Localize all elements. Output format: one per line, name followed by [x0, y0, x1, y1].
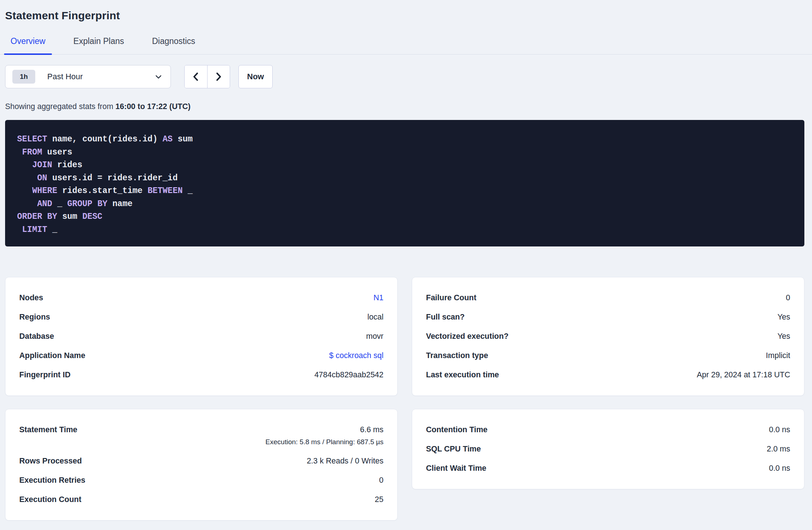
- row-value-main: local: [367, 312, 383, 322]
- sql-text: users: [42, 148, 72, 157]
- row-value: 0.0 ns: [769, 425, 790, 435]
- card-row: Application Name$ cockroach sql: [19, 346, 383, 365]
- aggregated-stats-caption: Showing aggregated stats from 16:00 to 1…: [5, 101, 812, 112]
- sql-keyword: AND: [37, 199, 52, 209]
- sql-keyword: BETWEEN: [148, 186, 183, 196]
- card-row: Last execution timeApr 29, 2024 at 17:18…: [426, 365, 790, 385]
- time-toolbar: 1h Past Hour Now: [5, 65, 812, 88]
- chevron-left-icon: [190, 71, 201, 82]
- row-value-main: Yes: [777, 332, 790, 341]
- row-value-main: 4784cb829aab2542: [314, 370, 383, 380]
- row-value-main: 0: [379, 475, 383, 485]
- next-interval-button[interactable]: [208, 65, 230, 88]
- card-row: Regionslocal: [19, 308, 383, 327]
- row-value-main: 0: [786, 293, 790, 303]
- row-label: Client Wait Time: [426, 463, 486, 473]
- card-row: Client Wait Time0.0 ns: [426, 459, 790, 478]
- row-value-main: 2.0 ms: [767, 444, 790, 454]
- sql-line: ON users.id = rides.rider_id: [17, 172, 792, 185]
- card-row: Vectorized execution?Yes: [426, 327, 790, 346]
- row-value: Yes: [777, 332, 790, 341]
- card-row: Execution Count25: [19, 490, 383, 509]
- wait-times-card: Contention Time0.0 nsSQL CPU Time2.0 msC…: [412, 409, 804, 489]
- now-button[interactable]: Now: [238, 65, 273, 88]
- sql-text: [17, 186, 32, 196]
- sql-keyword: JOIN: [32, 160, 52, 170]
- row-label: Failure Count: [426, 293, 477, 303]
- card-row: Databasemovr: [19, 327, 383, 346]
- sql-text: sum: [173, 134, 193, 144]
- sql-line: JOIN rides: [17, 159, 792, 172]
- card-row: Transaction typeImplicit: [426, 346, 790, 365]
- row-label: Application Name: [19, 351, 85, 361]
- sql-keyword: ON: [37, 173, 47, 183]
- row-value-main: 6.6 ms: [265, 425, 383, 435]
- row-label: Execution Count: [19, 495, 81, 505]
- card-row: Full scan?Yes: [426, 308, 790, 327]
- sql-line: AND _ GROUP BY name: [17, 198, 792, 211]
- row-value-link[interactable]: N1: [374, 293, 383, 303]
- tab-overview[interactable]: Overview: [4, 36, 52, 54]
- row-value: 2.3 k Reads / 0 Writes: [307, 456, 383, 466]
- sql-statement-box: SELECT name, count(rides.id) AS sum FROM…: [5, 120, 804, 246]
- sql-line: FROM users: [17, 146, 792, 159]
- time-nav-buttons: [184, 65, 230, 88]
- row-value: 0: [786, 293, 790, 303]
- row-value-sub: Execution: 5.8 ms / Planning: 687.5 µs: [265, 437, 383, 447]
- row-label: Execution Retries: [19, 475, 85, 485]
- card-row: Rows Processed2.3 k Reads / 0 Writes: [19, 451, 383, 471]
- page-title: Statement Fingerprint: [5, 9, 812, 22]
- card-row: NodesN1: [19, 288, 383, 308]
- sql-line: ORDER BY sum DESC: [17, 210, 792, 224]
- row-label: Transaction type: [426, 351, 488, 361]
- card-row: Fingerprint ID4784cb829aab2542: [19, 365, 383, 385]
- tab-bar: Overview Explain Plans Diagnostics: [0, 36, 812, 55]
- row-value: 2.0 ms: [767, 444, 790, 454]
- sql-text: _: [183, 186, 193, 196]
- card-row: Execution Retries0: [19, 471, 383, 490]
- row-value: 0: [379, 475, 383, 485]
- row-value-main: Apr 29, 2024 at 17:18 UTC: [697, 370, 790, 380]
- interval-badge: 1h: [12, 70, 35, 84]
- sql-keyword: WHERE: [32, 186, 57, 196]
- row-value: 0.0 ns: [769, 463, 790, 473]
- row-value-link[interactable]: $ cockroach sql: [329, 351, 383, 361]
- row-label: Vectorized execution?: [426, 332, 508, 341]
- time-interval-dropdown[interactable]: 1h Past Hour: [5, 65, 171, 88]
- interval-label: Past Hour: [47, 72, 83, 81]
- sql-text: rides.start_time: [57, 186, 147, 196]
- card-row: Contention Time0.0 ns: [426, 420, 790, 439]
- sql-keyword: ORDER BY: [17, 212, 57, 221]
- row-value-main: Yes: [777, 312, 790, 322]
- row-value-main: N1: [374, 293, 383, 303]
- row-value-main: movr: [366, 332, 383, 341]
- row-label: Contention Time: [426, 425, 487, 435]
- sql-text: rides: [52, 160, 83, 170]
- chevron-down-icon: [154, 72, 163, 81]
- row-label: SQL CPU Time: [426, 444, 481, 454]
- row-value-main: 0.0 ns: [769, 425, 790, 435]
- row-value: 4784cb829aab2542: [314, 370, 383, 380]
- prev-interval-button[interactable]: [185, 65, 208, 88]
- sql-line: LIMIT _: [17, 224, 792, 237]
- sql-text: [17, 148, 22, 157]
- sql-text: [17, 173, 37, 183]
- row-value: Apr 29, 2024 at 17:18 UTC: [697, 370, 790, 380]
- sql-keyword: LIMIT: [22, 225, 47, 234]
- row-value: local: [367, 312, 383, 322]
- sql-keyword: GROUP BY: [67, 199, 107, 209]
- tab-explain-plans[interactable]: Explain Plans: [67, 36, 130, 54]
- row-label: Statement Time: [19, 425, 77, 435]
- row-label: Full scan?: [426, 312, 465, 322]
- tab-diagnostics[interactable]: Diagnostics: [145, 36, 202, 54]
- sql-keyword: AS: [162, 134, 173, 144]
- card-row: SQL CPU Time2.0 ms: [426, 439, 790, 459]
- row-value: movr: [366, 332, 383, 341]
- sql-text: _: [47, 225, 57, 234]
- chevron-right-icon: [213, 71, 224, 82]
- sql-text: [17, 160, 32, 170]
- row-value-main: Implicit: [766, 351, 790, 361]
- row-label: Nodes: [19, 293, 43, 303]
- sql-keyword: DESC: [82, 212, 102, 221]
- row-value-main: $ cockroach sql: [329, 351, 383, 361]
